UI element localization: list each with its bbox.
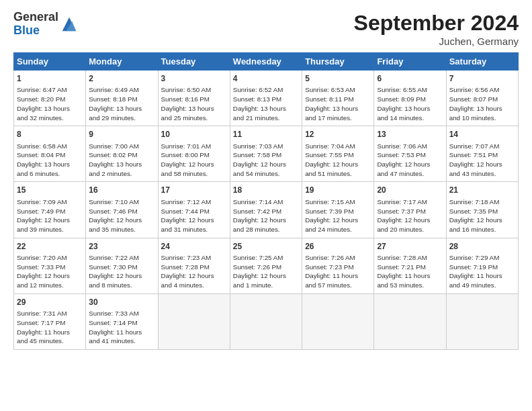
calendar-cell: 24Sunrise: 7:23 AM Sunset: 7:28 PM Dayli… [158, 238, 230, 293]
day-number: 19 [305, 185, 371, 196]
month-title: September 2024 [354, 11, 519, 36]
calendar-cell: 3Sunrise: 6:50 AM Sunset: 8:16 PM Daylig… [158, 71, 230, 126]
day-info: Sunrise: 7:09 AM Sunset: 7:49 PM Dayligh… [17, 197, 83, 234]
calendar-cell: 10Sunrise: 7:01 AM Sunset: 8:00 PM Dayli… [158, 126, 230, 182]
day-number: 26 [305, 241, 371, 253]
calendar-week-3: 15Sunrise: 7:09 AM Sunset: 7:49 PM Dayli… [14, 182, 519, 238]
logo-blue: Blue [13, 24, 40, 37]
day-info: Sunrise: 7:26 AM Sunset: 7:23 PM Dayligh… [305, 253, 371, 290]
day-info: Sunrise: 7:07 AM Sunset: 7:51 PM Dayligh… [449, 142, 515, 179]
day-number: 23 [89, 241, 154, 253]
calendar-cell: 21Sunrise: 7:18 AM Sunset: 7:35 PM Dayli… [446, 182, 518, 238]
calendar-cell: 8Sunrise: 6:58 AM Sunset: 8:04 PM Daylig… [14, 126, 86, 182]
logo-text: General Blue [13, 11, 58, 38]
calendar-cell: 23Sunrise: 7:22 AM Sunset: 7:30 PM Dayli… [86, 238, 158, 293]
day-number: 30 [89, 297, 154, 308]
calendar-cell: 11Sunrise: 7:03 AM Sunset: 7:58 PM Dayli… [230, 126, 302, 182]
calendar-cell [302, 293, 374, 349]
calendar-table: Sunday Monday Tuesday Wednesday Thursday… [13, 52, 519, 350]
day-number: 7 [449, 73, 515, 85]
day-info: Sunrise: 7:10 AM Sunset: 7:46 PM Dayligh… [89, 197, 154, 234]
calendar-week-2: 8Sunrise: 6:58 AM Sunset: 8:04 PM Daylig… [14, 126, 519, 182]
day-number: 4 [233, 73, 299, 85]
calendar-cell: 2Sunrise: 6:49 AM Sunset: 8:18 PM Daylig… [86, 71, 158, 126]
day-number: 3 [161, 73, 227, 85]
day-number: 2 [89, 73, 154, 85]
day-info: Sunrise: 7:00 AM Sunset: 8:02 PM Dayligh… [89, 142, 154, 179]
calendar-week-1: 1Sunrise: 6:47 AM Sunset: 8:20 PM Daylig… [14, 71, 519, 126]
col-monday: Monday [86, 53, 158, 71]
calendar-cell: 25Sunrise: 7:25 AM Sunset: 7:26 PM Dayli… [230, 238, 302, 293]
calendar-cell: 20Sunrise: 7:17 AM Sunset: 7:37 PM Dayli… [374, 182, 446, 238]
day-info: Sunrise: 7:18 AM Sunset: 7:35 PM Dayligh… [449, 197, 515, 234]
col-friday: Friday [374, 53, 446, 71]
day-number: 8 [17, 129, 83, 140]
header: General Blue September 2024 Juchen, Germ… [13, 11, 519, 47]
day-number: 22 [17, 241, 83, 253]
col-sunday: Sunday [14, 53, 86, 71]
day-info: Sunrise: 7:17 AM Sunset: 7:37 PM Dayligh… [377, 197, 443, 234]
day-number: 5 [305, 73, 371, 85]
day-info: Sunrise: 7:04 AM Sunset: 7:55 PM Dayligh… [305, 142, 371, 179]
day-number: 6 [377, 73, 443, 85]
day-info: Sunrise: 6:53 AM Sunset: 8:11 PM Dayligh… [305, 85, 371, 122]
day-info: Sunrise: 7:03 AM Sunset: 7:58 PM Dayligh… [233, 142, 299, 179]
day-number: 12 [305, 129, 371, 140]
day-info: Sunrise: 7:22 AM Sunset: 7:30 PM Dayligh… [89, 253, 154, 290]
col-tuesday: Tuesday [158, 53, 230, 71]
calendar-cell: 6Sunrise: 6:55 AM Sunset: 8:09 PM Daylig… [374, 71, 446, 126]
logo: General Blue [13, 11, 79, 38]
calendar-cell: 5Sunrise: 6:53 AM Sunset: 8:11 PM Daylig… [302, 71, 374, 126]
day-info: Sunrise: 7:01 AM Sunset: 8:00 PM Dayligh… [161, 142, 227, 179]
day-number: 9 [89, 129, 154, 140]
calendar-cell: 26Sunrise: 7:26 AM Sunset: 7:23 PM Dayli… [302, 238, 374, 293]
day-number: 27 [377, 241, 443, 253]
day-number: 21 [449, 185, 515, 196]
day-info: Sunrise: 7:23 AM Sunset: 7:28 PM Dayligh… [161, 253, 227, 290]
day-number: 25 [233, 241, 299, 253]
calendar-cell: 9Sunrise: 7:00 AM Sunset: 8:02 PM Daylig… [86, 126, 158, 182]
day-number: 16 [89, 185, 154, 196]
calendar-cell: 1Sunrise: 6:47 AM Sunset: 8:20 PM Daylig… [14, 71, 86, 126]
calendar-cell: 22Sunrise: 7:20 AM Sunset: 7:33 PM Dayli… [14, 238, 86, 293]
logo-general: General [13, 10, 58, 24]
day-info: Sunrise: 7:06 AM Sunset: 7:53 PM Dayligh… [377, 142, 443, 179]
title-block: September 2024 Juchen, Germany [354, 11, 519, 47]
day-info: Sunrise: 7:31 AM Sunset: 7:17 PM Dayligh… [17, 309, 83, 346]
col-thursday: Thursday [302, 53, 374, 71]
day-number: 29 [17, 297, 83, 308]
day-number: 11 [233, 129, 299, 140]
day-number: 28 [449, 241, 515, 253]
day-info: Sunrise: 7:33 AM Sunset: 7:14 PM Dayligh… [89, 309, 154, 346]
calendar-cell: 17Sunrise: 7:12 AM Sunset: 7:44 PM Dayli… [158, 182, 230, 238]
day-info: Sunrise: 6:52 AM Sunset: 8:13 PM Dayligh… [233, 85, 299, 122]
day-number: 20 [377, 185, 443, 196]
day-number: 1 [17, 73, 83, 85]
calendar-cell: 15Sunrise: 7:09 AM Sunset: 7:49 PM Dayli… [14, 182, 86, 238]
calendar-cell: 28Sunrise: 7:29 AM Sunset: 7:19 PM Dayli… [446, 238, 518, 293]
calendar-cell: 13Sunrise: 7:06 AM Sunset: 7:53 PM Dayli… [374, 126, 446, 182]
day-info: Sunrise: 7:20 AM Sunset: 7:33 PM Dayligh… [17, 253, 83, 290]
calendar-cell: 18Sunrise: 7:14 AM Sunset: 7:42 PM Dayli… [230, 182, 302, 238]
calendar-cell: 12Sunrise: 7:04 AM Sunset: 7:55 PM Dayli… [302, 126, 374, 182]
day-info: Sunrise: 7:25 AM Sunset: 7:26 PM Dayligh… [233, 253, 299, 290]
day-number: 18 [233, 185, 299, 196]
day-number: 17 [161, 185, 227, 196]
calendar-week-5: 29Sunrise: 7:31 AM Sunset: 7:17 PM Dayli… [14, 293, 519, 349]
day-number: 10 [161, 129, 227, 140]
day-info: Sunrise: 7:14 AM Sunset: 7:42 PM Dayligh… [233, 197, 299, 234]
calendar-cell: 30Sunrise: 7:33 AM Sunset: 7:14 PM Dayli… [86, 293, 158, 349]
page: General Blue September 2024 Juchen, Germ… [0, 0, 532, 357]
location: Juchen, Germany [354, 36, 519, 47]
day-info: Sunrise: 6:58 AM Sunset: 8:04 PM Dayligh… [17, 142, 83, 179]
calendar-cell: 29Sunrise: 7:31 AM Sunset: 7:17 PM Dayli… [14, 293, 86, 349]
day-info: Sunrise: 7:29 AM Sunset: 7:19 PM Dayligh… [449, 253, 515, 290]
day-number: 14 [449, 129, 515, 140]
day-info: Sunrise: 7:15 AM Sunset: 7:39 PM Dayligh… [305, 197, 371, 234]
day-info: Sunrise: 6:50 AM Sunset: 8:16 PM Dayligh… [161, 85, 227, 122]
calendar-cell: 4Sunrise: 6:52 AM Sunset: 8:13 PM Daylig… [230, 71, 302, 126]
header-row: Sunday Monday Tuesday Wednesday Thursday… [14, 53, 519, 71]
day-info: Sunrise: 6:47 AM Sunset: 8:20 PM Dayligh… [17, 85, 83, 122]
logo-icon [60, 15, 79, 34]
day-number: 13 [377, 129, 443, 140]
